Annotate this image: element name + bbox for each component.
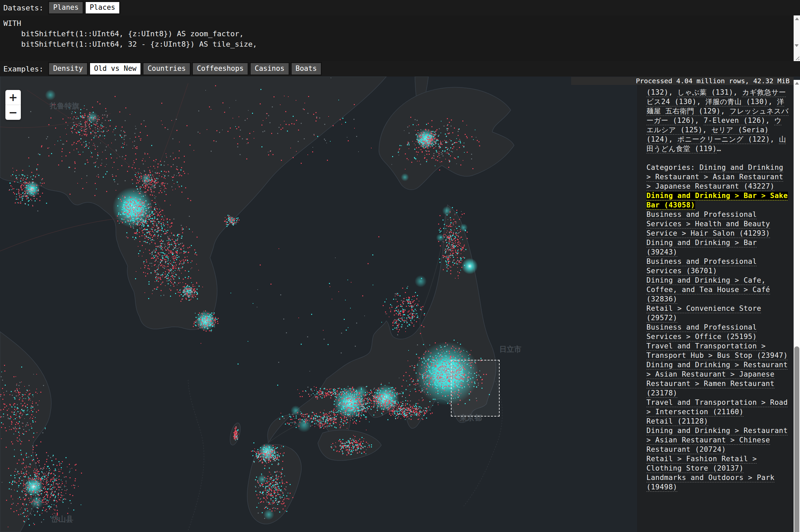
city-glow	[436, 234, 444, 242]
category-link[interactable]: Business and Professional Services (3670…	[647, 258, 757, 275]
city-glow	[291, 405, 301, 416]
sql-editor-scrollbar[interactable]	[794, 16, 800, 61]
datasets-label: Datasets:	[3, 4, 43, 12]
map-zoom-control: + −	[5, 90, 21, 120]
brand-link[interactable]: ポニークリーニング (122)	[677, 135, 770, 143]
scrollbar-thumb[interactable]	[794, 346, 799, 532]
example-button-countries[interactable]: Countries	[143, 62, 191, 75]
city-glow	[257, 475, 267, 484]
category-link[interactable]: Retail (21128)	[647, 417, 708, 425]
category-link[interactable]: Dining and Drinking > Cafe, Coffee, and …	[647, 276, 770, 303]
map-selection-box[interactable]	[451, 360, 499, 417]
map-place-label: 扎鲁特旗	[49, 102, 79, 110]
category-link[interactable]: Business and Professional Services > Off…	[647, 323, 757, 341]
category-link[interactable]: Travel and Transportation > Road > Inter…	[647, 398, 788, 416]
scrollbar-up-icon[interactable]	[795, 82, 799, 84]
example-button-old-vs-new[interactable]: Old vs New	[89, 62, 142, 75]
query-status: Processed 4.04 million rows, 42.32 MiB	[571, 77, 794, 85]
category-link-highlighted[interactable]: Dining and Drinking > Bar > Sake Bar (43…	[647, 192, 788, 209]
brand-link[interactable]: しゃぶ葉 (131)	[677, 88, 733, 96]
example-button-density[interactable]: Density	[48, 62, 88, 75]
dataset-button-planes[interactable]: Planes	[48, 1, 84, 14]
examples-button-group: DensityOld vs NewCountriesCoffeeshopsCas…	[48, 62, 322, 75]
example-button-coffeeshops[interactable]: Coffeeshops	[192, 62, 249, 75]
resize-grip-icon[interactable]	[794, 55, 799, 60]
datasets-bar: Datasets: PlanesPlaces	[0, 0, 800, 16]
category-link[interactable]: Dining and Drinking > Restaurant > Asian…	[647, 426, 788, 454]
brand-link[interactable]: 洋服の青山 (130)	[705, 98, 768, 106]
brand-link[interactable]: 7-Eleven (126)	[704, 116, 765, 125]
category-link[interactable]: Business and Professional Services > Hea…	[647, 210, 770, 237]
stats-sidebar: (132), しゃぶ葉 (131), カギ救急サービス24 (130), 洋服の…	[637, 77, 794, 532]
dataset-button-places[interactable]: Places	[85, 1, 120, 14]
category-link[interactable]: Landmarks and Outdoors > Park (19498)	[647, 474, 775, 491]
city-glow	[442, 206, 452, 215]
page-scrollbar[interactable]	[794, 80, 800, 532]
datasets-button-group: PlanesPlaces	[48, 1, 120, 14]
category-link[interactable]: Retail > Fashion Retail > Clothing Store…	[647, 455, 757, 472]
examples-label: Examples:	[3, 65, 43, 73]
example-button-casinos[interactable]: Casinos	[250, 62, 290, 75]
sql-editor[interactable]: WITH bitShiftLeft(1::UInt64, {z:UInt8}) …	[0, 16, 800, 61]
categories-list: Categories: Dining and Drinking > Restau…	[647, 163, 789, 492]
city-glow	[415, 275, 427, 287]
city-glow	[401, 173, 409, 181]
scroll-down-icon[interactable]	[795, 44, 799, 47]
brand-link[interactable]: (132)	[647, 88, 669, 96]
examples-bar: Examples: DensityOld vs NewCountriesCoff…	[0, 61, 800, 77]
scroll-up-icon[interactable]	[795, 17, 799, 20]
city-glow	[460, 224, 468, 232]
category-link[interactable]: Travel and Transportation > Transport Hu…	[647, 342, 788, 360]
example-button-boats[interactable]: Boats	[291, 62, 322, 75]
zoom-out-button[interactable]: −	[5, 105, 21, 120]
categories-label: Categories:	[647, 164, 699, 172]
top-brands-list: (132), しゃぶ葉 (131), カギ救急サービス24 (130), 洋服の…	[647, 88, 789, 153]
category-link[interactable]: Dining and Drinking > Restaurant > Asian…	[647, 361, 788, 397]
city-glow	[462, 258, 478, 274]
sql-code[interactable]: WITH bitShiftLeft(1::UInt64, {z:UInt8}) …	[0, 16, 800, 49]
category-link[interactable]: Retail > Convenience Store (29572)	[647, 304, 761, 322]
map-place-label: 日立市	[499, 345, 522, 354]
map-place-label: 岱山县	[51, 515, 73, 523]
zoom-in-button[interactable]: +	[5, 90, 21, 105]
city-glow	[45, 90, 56, 100]
category-link[interactable]: Dining and Drinking > Bar (39243)	[647, 239, 757, 256]
